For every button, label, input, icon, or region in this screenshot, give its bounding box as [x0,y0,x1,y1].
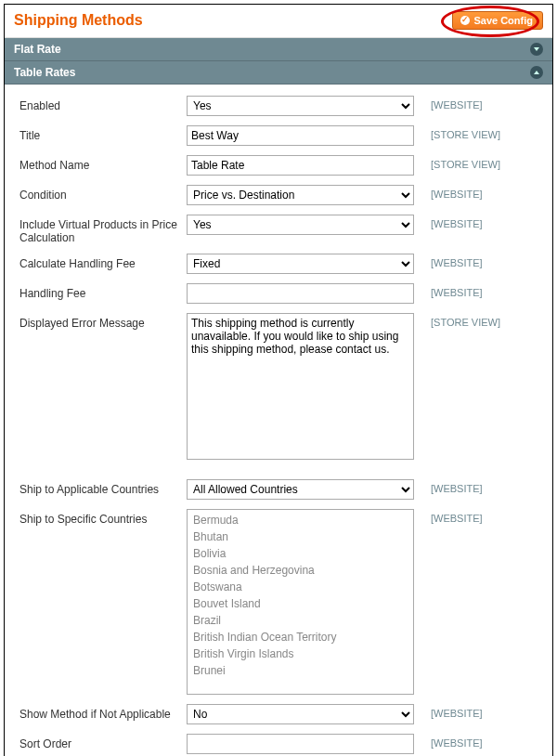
section-table-rates-title: Table Rates [14,66,75,79]
page-title: Shipping Methods [14,12,143,29]
country-option[interactable]: Bosnia and Herzegovina [188,562,413,579]
method-name-label: Method Name [19,155,187,172]
scope-label: [WEBSITE] [431,479,483,494]
country-option[interactable]: Bhutan [188,528,413,545]
ship-specific-multiselect[interactable]: BermudaBhutanBoliviaBosnia and Herzegovi… [187,509,414,695]
condition-select[interactable]: Price vs. Destination [187,185,414,205]
ship-specific-label: Ship to Specific Countries [19,509,187,526]
save-config-button[interactable]: Save Config [452,11,543,30]
enabled-label: Enabled [19,96,187,112]
scope-label: [STORE VIEW] [431,313,500,328]
ship-applicable-select[interactable]: All Allowed Countries [187,479,414,500]
handling-fee-input[interactable] [187,283,414,304]
save-config-label: Save Config [473,15,533,26]
calc-handling-label: Calculate Handling Fee [19,254,187,270]
scope-label: [STORE VIEW] [431,155,500,170]
country-option[interactable]: Brunei [188,662,413,679]
section-table-rates[interactable]: Table Rates [5,61,552,85]
show-method-select[interactable]: No [187,704,414,724]
title-label: Title [19,125,187,142]
scope-label: [WEBSITE] [431,185,483,200]
scope-label: [WEBSITE] [431,215,483,229]
title-input[interactable] [187,125,414,146]
sort-order-label: Sort Order [19,734,187,750]
method-name-input[interactable] [187,155,414,176]
include-virtual-select[interactable]: Yes [187,215,414,235]
enabled-select[interactable]: Yes [187,96,414,116]
scope-label: [WEBSITE] [431,283,483,298]
handling-fee-label: Handling Fee [19,283,187,300]
country-option[interactable]: British Indian Ocean Territory [188,629,413,645]
country-option[interactable]: British Virgin Islands [188,645,413,662]
scope-label: [WEBSITE] [431,254,483,268]
ship-applicable-label: Ship to Applicable Countries [19,479,187,496]
error-msg-label: Displayed Error Message [19,313,187,330]
scope-label: [WEBSITE] [431,509,483,524]
country-option[interactable]: Bolivia [188,545,413,562]
scope-label: [WEBSITE] [431,734,483,749]
condition-label: Condition [19,185,187,202]
scope-label: [STORE VIEW] [431,125,500,140]
table-rates-panel: Enabled Yes [WEBSITE] Title [STORE VIEW]… [5,85,552,756]
scope-label: [WEBSITE] [431,704,483,719]
scope-label: [WEBSITE] [431,96,483,111]
sort-order-input[interactable] [187,734,414,754]
section-flat-rate[interactable]: Flat Rate [5,38,552,61]
country-option[interactable]: Botswana [188,579,413,595]
country-option[interactable]: Bermuda [188,512,413,528]
check-icon [460,16,470,25]
chevron-down-icon [530,43,543,56]
country-option[interactable]: Bouvet Island [188,595,413,612]
section-flat-rate-title: Flat Rate [14,43,61,56]
chevron-up-icon [530,66,543,79]
error-msg-textarea[interactable]: This shipping method is currently unavai… [187,313,414,460]
show-method-label: Show Method if Not Applicable [19,704,187,721]
calc-handling-select[interactable]: Fixed [187,254,414,274]
country-option[interactable]: Brazil [188,612,413,629]
include-virtual-label: Include Virtual Products in Price Calcul… [19,215,187,244]
